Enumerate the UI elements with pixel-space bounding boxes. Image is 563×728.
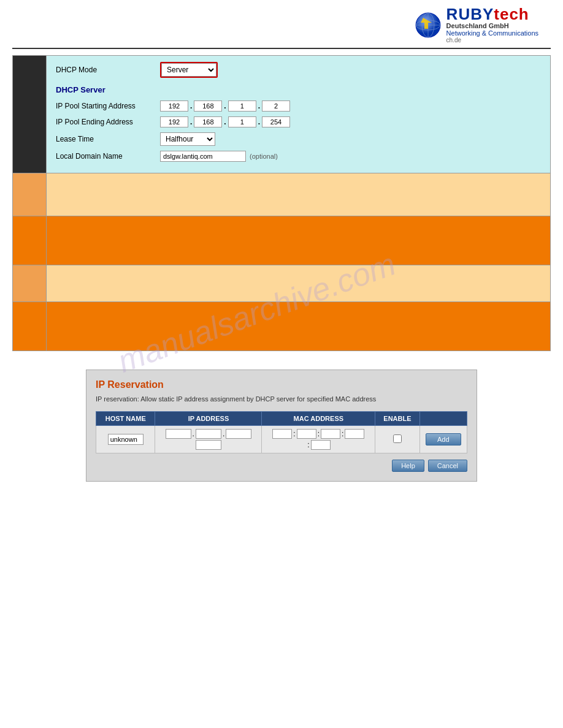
mac-inputs-top: : : : bbox=[272, 429, 364, 439]
ip-inputs-top: . . bbox=[166, 429, 252, 439]
row5-right bbox=[47, 302, 551, 351]
row3-right bbox=[47, 216, 551, 265]
logo-ruby: RUBYtech bbox=[446, 6, 529, 22]
row5-left bbox=[13, 302, 47, 351]
ip-res-d[interactable] bbox=[196, 440, 221, 450]
add-button[interactable]: Add bbox=[426, 433, 461, 446]
host-name-cell bbox=[96, 426, 155, 453]
col-host-name: HOST NAME bbox=[96, 412, 155, 426]
row3-left bbox=[13, 216, 47, 265]
col-ip-address: IP ADDRESS bbox=[155, 412, 262, 426]
ip-reservation-section: IP Reservation IP reservation: Allow sta… bbox=[86, 370, 477, 482]
ip-start-d[interactable] bbox=[262, 100, 290, 112]
ip-sep1: . bbox=[190, 102, 192, 110]
mac-inputs-bot: : bbox=[307, 440, 330, 450]
logo-sub2: Networking & Communications bbox=[446, 29, 538, 37]
ip-sep2: . bbox=[224, 102, 226, 110]
col-action bbox=[419, 412, 467, 426]
ip-sep3: . bbox=[258, 102, 260, 110]
row4-left bbox=[13, 265, 47, 302]
ip-res-c[interactable] bbox=[226, 429, 251, 439]
ip-end-sep3: . bbox=[258, 118, 260, 126]
dhcp-mode-row: DHCP Mode Server Disabled Relay bbox=[56, 62, 541, 78]
ip-reservation-title: IP Reservation bbox=[96, 379, 467, 390]
domain-label: Local Domain Name bbox=[56, 152, 160, 161]
mac-address-cell: : : : : bbox=[262, 426, 375, 453]
dhcp-mode-select[interactable]: Server Disabled Relay bbox=[161, 63, 216, 77]
ip-pool-start-inputs: . . . bbox=[160, 100, 290, 112]
logo-globe-icon bbox=[415, 12, 442, 39]
ip-pool-start-row: IP Pool Starting Address . . . bbox=[56, 100, 541, 112]
dhcp-server-title: DHCP Server bbox=[56, 85, 541, 94]
row4 bbox=[13, 265, 551, 302]
logo-area: RUBYtech Deutschland GmbH Networking & C… bbox=[415, 6, 538, 44]
ip-reservation-table: HOST NAME IP ADDRESS MAC ADDRESS ENABLE bbox=[96, 411, 467, 453]
tech-text: tech bbox=[494, 5, 529, 23]
host-name-input[interactable] bbox=[108, 434, 144, 445]
ip-pool-end-label: IP Pool Ending Address bbox=[56, 118, 160, 126]
ip-res-data-row: . . bbox=[96, 426, 467, 453]
dhcp-mode-label: DHCP Mode bbox=[56, 66, 160, 74]
row2 bbox=[13, 173, 551, 216]
ip-end-d[interactable] bbox=[262, 116, 290, 127]
ip-end-sep2: . bbox=[224, 118, 226, 126]
mac-d[interactable] bbox=[345, 429, 364, 439]
lease-time-row: Lease Time Halfhour 1 Hour 2 Hours 4 Hou… bbox=[56, 132, 541, 146]
ip-end-c[interactable] bbox=[228, 116, 256, 127]
ip-res-footer: Help Cancel bbox=[96, 460, 467, 472]
ip-end-b[interactable] bbox=[194, 116, 222, 127]
ip-start-a[interactable] bbox=[160, 100, 188, 112]
ip-pool-start-label: IP Pool Starting Address bbox=[56, 102, 160, 110]
ip-res-a[interactable] bbox=[166, 429, 191, 439]
ip-address-cell: . . bbox=[155, 426, 262, 453]
ip-reservation-desc: IP reservation: Allow static IP address … bbox=[96, 395, 467, 403]
dhcp-mode-select-wrap: Server Disabled Relay bbox=[160, 62, 218, 78]
ip-start-c[interactable] bbox=[228, 100, 256, 112]
domain-input[interactable] bbox=[160, 151, 246, 162]
row5 bbox=[13, 302, 551, 351]
row4-right bbox=[47, 265, 551, 302]
mac-c[interactable] bbox=[321, 429, 340, 439]
ip-start-b[interactable] bbox=[194, 100, 222, 112]
logo-text: RUBYtech Deutschland GmbH Networking & C… bbox=[446, 6, 538, 44]
action-cell: Add bbox=[419, 426, 467, 453]
ip-res-b[interactable] bbox=[196, 429, 221, 439]
domain-row: Local Domain Name (optional) bbox=[56, 151, 541, 162]
logo-sub1: Deutschland GmbH bbox=[446, 22, 509, 29]
dhcp-content: DHCP Mode Server Disabled Relay DHCP Ser… bbox=[47, 56, 551, 173]
row3 bbox=[13, 216, 551, 265]
col-mac-address: MAC ADDRESS bbox=[262, 412, 375, 426]
ip-end-a[interactable] bbox=[160, 116, 188, 127]
help-button[interactable]: Help bbox=[392, 460, 424, 472]
ip-pool-end-row: IP Pool Ending Address . . . bbox=[56, 116, 541, 127]
main-table-wrap: DHCP Mode Server Disabled Relay DHCP Ser… bbox=[12, 55, 551, 351]
lease-time-label: Lease Time bbox=[56, 135, 160, 143]
ip-res-header-row: HOST NAME IP ADDRESS MAC ADDRESS ENABLE bbox=[96, 412, 467, 426]
header: RUBYtech Deutschland GmbH Networking & C… bbox=[12, 0, 551, 49]
cancel-button[interactable]: Cancel bbox=[428, 460, 467, 472]
ip-end-sep1: . bbox=[190, 118, 192, 126]
logo-sub3: ch.de bbox=[446, 37, 461, 44]
lease-time-select[interactable]: Halfhour 1 Hour 2 Hours 4 Hours 8 Hours … bbox=[160, 132, 215, 146]
ip-reservation-box: IP Reservation IP reservation: Allow sta… bbox=[86, 370, 477, 482]
main-table: DHCP Mode Server Disabled Relay DHCP Ser… bbox=[12, 55, 551, 351]
row2-right bbox=[47, 173, 551, 216]
mac-a[interactable] bbox=[272, 429, 292, 439]
col-enable: ENABLE bbox=[375, 412, 419, 426]
dhcp-row: DHCP Mode Server Disabled Relay DHCP Ser… bbox=[13, 56, 551, 173]
row1-left-col bbox=[13, 56, 47, 173]
enable-cell bbox=[375, 426, 419, 453]
mac-b[interactable] bbox=[297, 429, 316, 439]
ip-inputs-bot bbox=[196, 440, 221, 450]
enable-checkbox[interactable] bbox=[393, 434, 402, 443]
ip-pool-end-inputs: . . . bbox=[160, 116, 290, 127]
row2-left bbox=[13, 173, 47, 216]
ruby-text: RUBY bbox=[446, 5, 494, 23]
optional-text: (optional) bbox=[250, 153, 278, 160]
mac-e[interactable] bbox=[311, 440, 331, 450]
